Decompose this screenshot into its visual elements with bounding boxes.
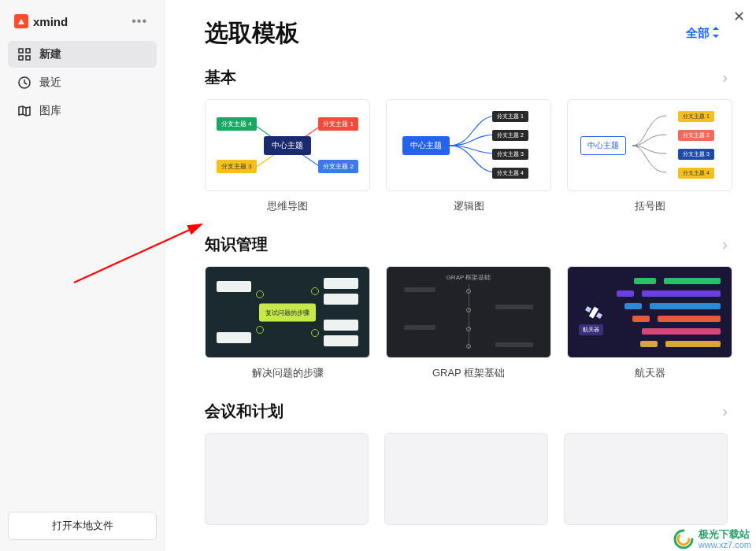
map-icon bbox=[17, 104, 32, 118]
watermark: 极光下载站 www.xz7.com bbox=[673, 529, 751, 549]
section-header-meeting[interactable]: 会议和计划 › bbox=[205, 401, 728, 422]
node-center: 复试问题的步骤 bbox=[259, 303, 316, 321]
node: 分支主题 1 bbox=[318, 117, 358, 131]
filter-dropdown[interactable]: 全部 bbox=[686, 26, 720, 41]
template-thumb[interactable] bbox=[205, 433, 369, 525]
sidebar-item-recent[interactable]: 最近 bbox=[8, 69, 157, 96]
card-row-meeting bbox=[205, 433, 728, 525]
template-label: 逻辑图 bbox=[454, 199, 484, 213]
section-title: 会议和计划 bbox=[205, 401, 284, 422]
node: 分支主题 2 bbox=[492, 130, 528, 141]
svg-rect-0 bbox=[19, 49, 23, 53]
brand-logo-icon bbox=[14, 14, 28, 28]
svg-rect-1 bbox=[26, 49, 30, 53]
template-card-grap: GRAP 框架基础 GRAP 框架基础 bbox=[386, 266, 551, 380]
section-knowledge: 知识管理 › 复试问题的步骤 bbox=[205, 234, 728, 380]
sidebar-footer: 打开本地文件 bbox=[8, 504, 157, 543]
template-thumb[interactable]: 复试问题的步骤 bbox=[205, 266, 370, 358]
node: 分支主题 1 bbox=[678, 111, 714, 122]
section-header-basic[interactable]: 基本 › bbox=[205, 67, 728, 88]
more-menu-button[interactable]: ••• bbox=[128, 13, 150, 30]
template-label: 思维导图 bbox=[267, 199, 308, 213]
template-label: 解决问题的步骤 bbox=[252, 366, 324, 380]
svg-rect-3 bbox=[26, 56, 30, 60]
template-card-spacecraft: 航天器 航天器 bbox=[567, 266, 732, 380]
node: 分支主题 2 bbox=[678, 130, 714, 141]
page-title: 选取模板 bbox=[205, 17, 299, 50]
svg-rect-10 bbox=[585, 305, 591, 312]
svg-rect-2 bbox=[19, 56, 23, 60]
clock-icon bbox=[17, 76, 32, 90]
grid-icon bbox=[17, 47, 32, 61]
sidebar-item-new[interactable]: 新建 bbox=[8, 41, 157, 68]
sort-icon bbox=[712, 27, 720, 40]
node-center: GRAP 框架基础 bbox=[447, 273, 491, 282]
brand: xmind bbox=[14, 14, 68, 28]
template-card-bracket: 中心主题 分支主题 1 分支主题 2 分支主题 3 分支主题 4 括号图 bbox=[567, 99, 732, 213]
template-thumb[interactable] bbox=[384, 433, 548, 525]
sidebar-item-label: 图库 bbox=[39, 104, 61, 118]
sidebar-item-label: 最近 bbox=[39, 76, 61, 90]
watermark-logo-icon bbox=[673, 529, 694, 549]
section-title: 知识管理 bbox=[205, 234, 268, 255]
template-card-problem-steps: 复试问题的步骤 解决问题的步骤 bbox=[205, 266, 370, 380]
svg-rect-11 bbox=[596, 312, 602, 318]
template-thumb[interactable] bbox=[564, 433, 728, 525]
node: 分支主题 2 bbox=[318, 160, 358, 173]
template-thumb[interactable]: 中心主题 分支主题 1 分支主题 2 分支主题 3 分支主题 4 bbox=[567, 99, 732, 191]
open-local-file-button[interactable]: 打开本地文件 bbox=[8, 512, 157, 540]
node: 分支主题 3 bbox=[678, 149, 714, 160]
template-thumb[interactable]: GRAP 框架基础 bbox=[386, 266, 551, 358]
node: 分支主题 1 bbox=[492, 111, 528, 122]
template-thumb[interactable]: 中心主题 分支主题 4 分支主题 1 分支主题 3 分支主题 2 bbox=[205, 99, 370, 191]
section-meeting: 会议和计划 › bbox=[205, 401, 728, 525]
node-center: 中心主题 bbox=[264, 136, 311, 155]
chevron-right-icon: › bbox=[722, 235, 728, 253]
template-card-mindmap: 中心主题 分支主题 4 分支主题 1 分支主题 3 分支主题 2 思维导图 bbox=[205, 99, 370, 213]
chevron-right-icon: › bbox=[722, 68, 728, 87]
watermark-url: www.xz7.com bbox=[699, 540, 751, 549]
sidebar-item-label: 新建 bbox=[39, 47, 61, 61]
sidebar-nav: 新建 最近 图库 bbox=[8, 41, 157, 124]
satellite-icon bbox=[584, 302, 604, 323]
section-basic: 基本 › 中心主题 分支主题 4 bbox=[205, 67, 728, 213]
sidebar-header: xmind ••• bbox=[8, 8, 157, 41]
sidebar-item-gallery[interactable]: 图库 bbox=[8, 98, 157, 124]
node: 分支主题 4 bbox=[678, 168, 714, 179]
brand-name: xmind bbox=[33, 15, 68, 28]
node: 分支主题 4 bbox=[492, 168, 528, 179]
node: 分支主题 4 bbox=[217, 117, 257, 131]
template-thumb[interactable]: 航天器 bbox=[567, 266, 732, 358]
node-center: 中心主题 bbox=[402, 136, 450, 155]
watermark-text: 极光下载站 bbox=[699, 529, 751, 540]
template-label: 航天器 bbox=[635, 366, 665, 380]
main-header: 选取模板 全部 bbox=[205, 17, 728, 50]
node: 分支主题 3 bbox=[217, 160, 257, 173]
template-card-logic: 中心主题 分支主题 1 分支主题 2 分支主题 3 分支主题 4 逻辑图 bbox=[386, 99, 551, 213]
main-content: ✕ 选取模板 全部 基本 › bbox=[165, 0, 756, 551]
template-label: GRAP 框架基础 bbox=[432, 366, 505, 380]
template-thumb[interactable]: 中心主题 分支主题 1 分支主题 2 分支主题 3 分支主题 4 bbox=[386, 99, 551, 191]
close-button[interactable]: ✕ bbox=[733, 8, 745, 25]
template-label: 括号图 bbox=[635, 199, 665, 213]
sidebar: xmind ••• 新建 最近 图库 bbox=[0, 0, 165, 551]
filter-label: 全部 bbox=[686, 26, 710, 41]
chevron-right-icon: › bbox=[722, 402, 728, 420]
app-root: xmind ••• 新建 最近 图库 bbox=[0, 0, 756, 551]
card-row-basic: 中心主题 分支主题 4 分支主题 1 分支主题 3 分支主题 2 思维导图 bbox=[205, 99, 728, 213]
node: 分支主题 3 bbox=[492, 149, 528, 160]
node-center: 中心主题 bbox=[580, 136, 626, 155]
section-title: 基本 bbox=[205, 67, 236, 88]
section-header-knowledge[interactable]: 知识管理 › bbox=[205, 234, 728, 255]
card-row-knowledge: 复试问题的步骤 解决问题的步骤 bbox=[205, 266, 728, 380]
node-center: 航天器 bbox=[579, 324, 603, 335]
